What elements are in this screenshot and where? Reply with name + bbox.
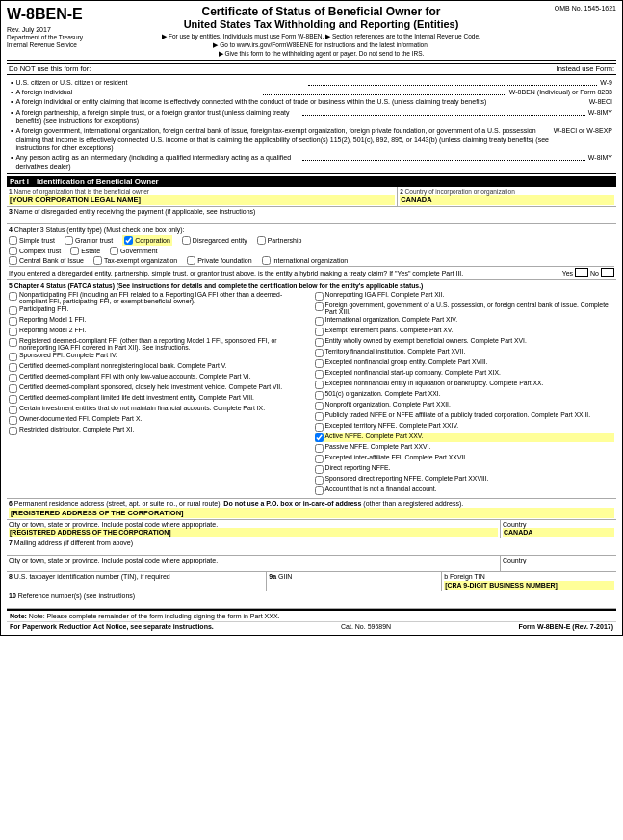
fatca-territory-cb[interactable]	[315, 349, 324, 357]
cb-intl[interactable]: International organization	[262, 256, 349, 265]
fatca-not-financial-label: Account that is not a financial account.	[325, 486, 437, 492]
inst1: ▶ For use by entities. Individuals must …	[113, 32, 530, 40]
row9b-value[interactable]: [CRA 9-DIGIT BUSINESS NUMBER]	[444, 581, 614, 590]
fatca-passive-nffe-cb[interactable]	[315, 444, 324, 453]
row10-num: 10	[9, 592, 16, 599]
row6-city-value[interactable]: [REGISTERED ADDRESS OF THE CORPORATION]	[9, 528, 498, 537]
cb-central[interactable]: Central Bank of Issue	[9, 256, 84, 265]
row6-country-value[interactable]: CANADA	[503, 528, 614, 537]
fatca-startup: Excepted nonfinancial start-up company. …	[315, 369, 615, 379]
fatca-liquidation-cb[interactable]	[315, 381, 324, 389]
fatca-nonparticipating: Nonparticipating FFI (including an FFI r…	[9, 291, 309, 304]
fatca-501c: 501(c) organization. Complete Part XXI.	[315, 390, 615, 400]
fatca-excepted-group-cb[interactable]	[315, 359, 324, 368]
fatca-low-value-cb[interactable]	[9, 374, 17, 382]
cb-simple[interactable]: Simple trust	[9, 235, 55, 246]
fatca-model2-label: Reporting Model 2 FFI.	[19, 327, 87, 333]
fatca-restricted-cb[interactable]	[9, 427, 17, 435]
fatca-entity-owned: Entity wholly owned by exempt beneficial…	[315, 337, 615, 347]
private-foundation-checkbox[interactable]	[187, 256, 195, 265]
bullet-1-form: W-9	[600, 78, 612, 87]
bullet-5-form: W-8ECI or W-8EXP	[554, 126, 612, 135]
dept2: Internal Revenue Service	[7, 41, 113, 49]
grantor-trust-checkbox[interactable]	[65, 236, 73, 245]
row6-address[interactable]: [REGISTERED ADDRESS OF THE CORPORATION]	[9, 508, 614, 518]
cb-grantor[interactable]: Grantor trust	[65, 235, 113, 246]
row2-num: 2	[400, 188, 403, 195]
fatca-exempt-retire-cb[interactable]	[315, 328, 324, 336]
fatca-sponsored-closely: Certified deemed-compliant sponsored, cl…	[9, 383, 309, 393]
fatca-excepted-territory-label: Excepted territory NFFE. Complete Part X…	[325, 422, 459, 429]
simple-trust-checkbox[interactable]	[9, 236, 17, 245]
row4-num: 4	[9, 226, 13, 233]
no-box[interactable]	[601, 268, 614, 277]
cb-disregarded[interactable]: Disregarded entity	[182, 235, 247, 246]
fatca-owner-documented-cb[interactable]	[9, 416, 17, 425]
row8-num: 8	[9, 573, 13, 580]
disregarded-entity-checkbox[interactable]	[182, 236, 191, 245]
fatca-registered-cb[interactable]	[9, 338, 17, 347]
inst2: ▶ Go to www.irs.gov/FormW8BENE for instr…	[113, 40, 530, 49]
central-bank-checkbox[interactable]	[9, 256, 17, 265]
fatca-intl-org-cb[interactable]	[315, 317, 324, 326]
fatca-owner-documented-label: Owner-documented FFI. Complete Part X.	[19, 415, 142, 422]
fatca-sponsored-direct-cb[interactable]	[315, 476, 324, 485]
fatca-direct-reporting-cb[interactable]	[315, 465, 324, 474]
fatca-startup-cb[interactable]	[315, 370, 324, 379]
fatca-restricted: Restricted distributor. Complete Part XI…	[9, 426, 309, 435]
fatca-inter-affiliate-cb[interactable]	[315, 455, 324, 463]
fatca-sponsored-direct: Sponsored direct reporting NFFE. Complet…	[315, 475, 615, 485]
yes-box[interactable]	[575, 268, 588, 277]
intl-org-checkbox[interactable]	[262, 256, 271, 265]
estate-checkbox[interactable]	[70, 247, 79, 255]
fatca-sponsored-closely-cb[interactable]	[9, 384, 17, 393]
government-checkbox[interactable]	[110, 247, 118, 255]
fatca-inter-affiliate: Excepted inter-affiliate FFI. Complete P…	[315, 454, 615, 463]
complex-trust-label: Complex trust	[19, 248, 61, 254]
tax-exempt-checkbox[interactable]	[93, 256, 102, 265]
cb-taxexempt[interactable]: Tax-exempt organization	[93, 256, 177, 265]
fatca-not-financial-cb[interactable]	[315, 486, 324, 495]
fatca-foreign-gov-label: Foreign government, government of a U.S.…	[325, 302, 615, 315]
cb-government[interactable]: Government	[110, 247, 158, 255]
country-of-incorporation[interactable]: CANADA	[400, 195, 614, 205]
yes-label: Yes	[562, 270, 573, 276]
fatca-territory: Territory financial institution. Complet…	[315, 348, 615, 357]
cb-corp[interactable]: Corporation	[122, 235, 172, 246]
fatca-entity-owned-cb[interactable]	[315, 338, 324, 347]
fatca-liquidation: Excepted nonfinancial entity in liquidat…	[315, 380, 615, 389]
inst3: ▶ Give this form to the withholding agen…	[113, 49, 530, 58]
fatca-sponsored-cb[interactable]	[9, 353, 17, 361]
beneficial-owner-name[interactable]: [YOUR CORPORATION LEGAL NAME]	[9, 195, 395, 205]
fatca-limited-life-cb[interactable]	[9, 395, 17, 404]
cb-private[interactable]: Private foundation	[187, 256, 251, 265]
row6-num: 6	[9, 500, 13, 507]
fatca-limited-life: Certified deemed-compliant limited life …	[9, 394, 309, 404]
fatca-local-bank-cb[interactable]	[9, 363, 17, 372]
fatca-low-value: Certified deemed-compliant FFI with only…	[9, 373, 309, 382]
fatca-limited-life-label: Certified deemed-compliant limited life …	[19, 394, 254, 401]
footer-note-label: Note:	[10, 613, 29, 619]
fatca-nonparticipating-cb[interactable]	[9, 292, 17, 301]
corporation-checkbox[interactable]	[124, 236, 133, 245]
fatca-excepted-territory-cb[interactable]	[315, 423, 324, 432]
fatca-nonreporting-cb[interactable]	[315, 292, 324, 301]
fatca-excepted-group-label: Excepted nonfinancial group entity. Comp…	[325, 358, 488, 365]
fatca-foreign-gov-cb[interactable]	[315, 302, 324, 311]
fatca-nonprofit-cb[interactable]	[315, 402, 324, 410]
fatca-certain-investment-cb[interactable]	[9, 406, 17, 414]
fatca-participating-cb[interactable]	[9, 306, 17, 315]
fatca-publicly-traded-label: Publicly traded NFFE or NFFE affiliate o…	[325, 411, 591, 418]
fatca-publicly-traded-cb[interactable]	[315, 412, 324, 421]
cb-complex[interactable]: Complex trust	[9, 247, 61, 255]
bullet-4-form: W-8IMY	[588, 108, 612, 117]
fatca-active-nffe-cb[interactable]	[315, 433, 324, 442]
fatca-model2-cb[interactable]	[9, 328, 17, 336]
cb-partnership[interactable]: Partnership	[257, 235, 302, 246]
partnership-checkbox[interactable]	[257, 236, 266, 245]
cb-estate[interactable]: Estate	[70, 247, 100, 255]
fatca-model1-cb[interactable]	[9, 317, 17, 326]
complex-trust-checkbox[interactable]	[9, 247, 17, 255]
fatca-501c-cb[interactable]	[315, 391, 324, 400]
fatca-territory-label: Territory financial institution. Complet…	[325, 348, 466, 354]
